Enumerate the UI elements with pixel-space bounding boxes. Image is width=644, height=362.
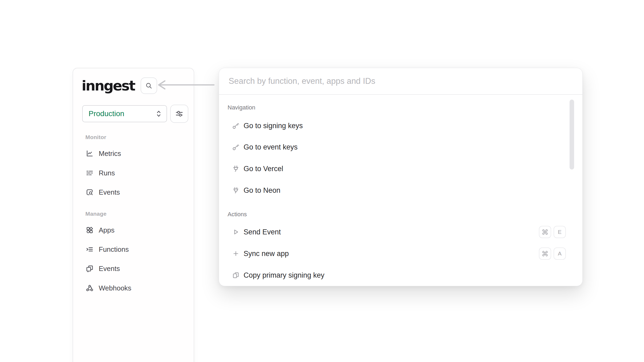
sidebar-item-label: Events [99, 265, 120, 273]
sliders-icon [175, 109, 184, 118]
section-label-monitor: Monitor [85, 134, 106, 140]
inngest-logo: inngest [82, 79, 135, 93]
key-icon [232, 143, 240, 151]
palette-item-send-event[interactable]: Send Event E [223, 225, 566, 239]
sidebar-item-metrics[interactable]: Metrics [85, 148, 121, 159]
page: inngest Production [0, 0, 644, 362]
palette-search-bar [219, 68, 582, 95]
copy-icon [232, 271, 240, 279]
list-dashes-icon [85, 169, 94, 177]
sidebar-item-label: Functions [99, 245, 129, 254]
sidebar: inngest Production [73, 68, 194, 362]
sidebar-item-functions[interactable]: Functions [85, 243, 129, 255]
command-key-icon [539, 247, 551, 260]
group-label-navigation: Navigation [228, 104, 255, 111]
plug-icon [232, 165, 240, 173]
environment-selector[interactable]: Production [82, 105, 167, 122]
sidebar-item-label: Events [99, 188, 120, 196]
palette-item-label: Go to Vercel [244, 165, 283, 173]
key-icon [232, 122, 240, 130]
palette-item-go-to-vercel[interactable]: Go to Vercel [223, 161, 566, 176]
shortcut-sync-new-app: A [539, 247, 566, 260]
palette-item-copy-primary-signing-key[interactable]: Copy primary signing key [223, 268, 566, 283]
sidebar-item-label: Runs [99, 169, 115, 177]
plug-icon [232, 186, 240, 194]
sidebar-item-apps[interactable]: Apps [85, 224, 114, 236]
sidebar-header: inngest [82, 77, 157, 94]
section-label-manage: Manage [85, 211, 106, 217]
play-icon [232, 228, 240, 236]
events-stack-icon [85, 264, 94, 273]
palette-item-label: Go to event keys [244, 143, 298, 151]
environment-selector-value: Production [89, 109, 124, 118]
key-letter: E [554, 226, 566, 238]
palette-scrollbar[interactable] [570, 100, 574, 170]
palette-item-go-to-neon[interactable]: Go to Neon [223, 183, 566, 198]
webhook-icon [85, 284, 94, 292]
palette-item-label: Sync new app [244, 250, 289, 258]
group-label-actions: Actions [228, 211, 247, 218]
sidebar-item-runs[interactable]: Runs [85, 167, 115, 179]
palette-item-label: Send Event [244, 228, 281, 236]
sidebar-item-label: Webhooks [99, 284, 131, 292]
plus-icon [232, 250, 240, 258]
sidebar-item-events-manage[interactable]: Events [85, 263, 120, 274]
search-icon [145, 82, 153, 89]
key-letter: A [554, 247, 566, 260]
environment-settings-button[interactable] [170, 105, 188, 123]
chevron-up-down-icon [156, 110, 162, 117]
sidebar-item-events-monitor[interactable]: Events [85, 186, 120, 198]
palette-search-input[interactable] [219, 68, 582, 94]
document-search-icon [85, 188, 94, 196]
environment-row: Production [82, 105, 188, 123]
sidebar-item-label: Apps [99, 226, 114, 234]
palette-item-label: Go to Neon [244, 186, 280, 195]
chart-line-icon [85, 149, 94, 158]
sidebar-item-webhooks[interactable]: Webhooks [85, 282, 131, 294]
palette-item-label: Go to signing keys [244, 122, 303, 130]
palette-item-go-to-event-keys[interactable]: Go to event keys [223, 140, 566, 155]
arrow-left-annotation-icon [154, 79, 216, 91]
palette-item-go-to-signing-keys[interactable]: Go to signing keys [223, 118, 566, 133]
command-key-icon [539, 226, 551, 238]
palette-item-label: Copy primary signing key [244, 271, 324, 280]
function-list-icon [85, 245, 94, 254]
sidebar-item-label: Metrics [99, 149, 121, 158]
apps-grid-icon [85, 226, 94, 234]
shortcut-send-event: E [539, 226, 566, 238]
palette-item-sync-new-app[interactable]: Sync new app A [223, 246, 566, 261]
command-palette: Navigation Go to signing keys Go to even… [219, 68, 583, 286]
